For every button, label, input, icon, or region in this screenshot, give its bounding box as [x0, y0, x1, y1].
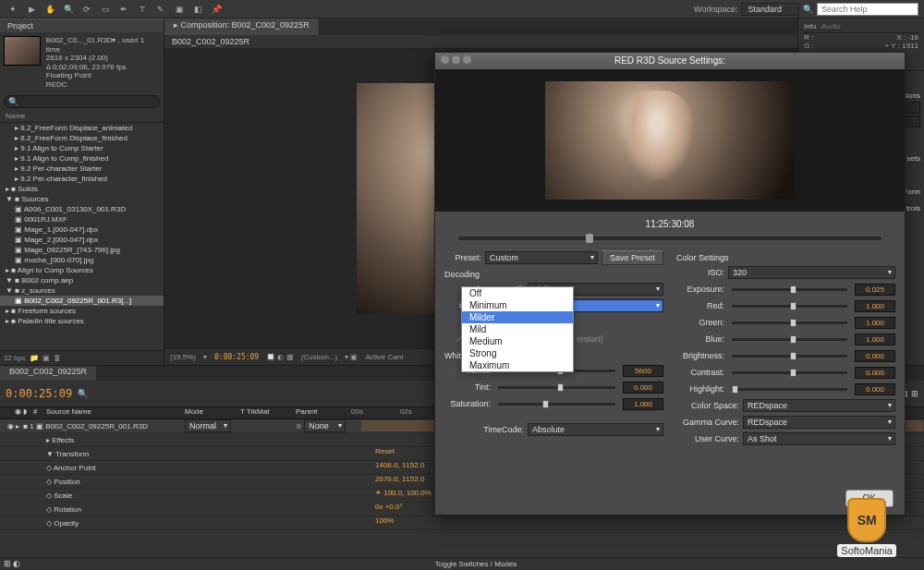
toggle-2[interactable]: ◐	[13, 559, 20, 569]
zoom-tool-icon[interactable]: 🔍	[61, 2, 76, 17]
property-label[interactable]: ▸ Effects	[0, 433, 370, 446]
brightness-value[interactable]: 0.000	[855, 350, 895, 362]
brush-tool-icon[interactable]: ✎	[153, 2, 168, 17]
project-item[interactable]: ▣ B002_C002_09225R_001.R3[...]	[0, 296, 164, 306]
trash-icon[interactable]: 🗑	[54, 354, 61, 362]
timeline-scrubber[interactable]	[458, 236, 881, 240]
bpc-toggle[interactable]: 32 bpc	[4, 354, 26, 362]
colorspace-select[interactable]: REDspace	[743, 399, 895, 412]
timeline-timecode[interactable]: 0:00:25:09	[6, 387, 72, 400]
eraser-tool-icon[interactable]: ◧	[190, 2, 205, 17]
comp-breadcrumb[interactable]: B002_C002_09225R	[164, 35, 797, 49]
workspace-select[interactable]: Standard	[741, 3, 799, 16]
parent-select[interactable]: None	[304, 419, 346, 432]
tint-value[interactable]: 0.000	[623, 382, 663, 394]
project-item[interactable]: ▸ 8.2_FreeForm Displace_finished	[0, 133, 164, 143]
dropdown-option[interactable]: Medium	[462, 335, 573, 347]
gamma-select[interactable]: REDspace	[743, 416, 895, 429]
timecode-select[interactable]: Absolute	[528, 423, 663, 436]
rotate-tool-icon[interactable]: ⟳	[79, 2, 94, 17]
chroma-denoise-dropdown[interactable]: OffMinimumMilderMildMediumStrongMaximum	[461, 286, 574, 372]
dropdown-option[interactable]: Off	[462, 287, 573, 299]
project-item[interactable]: ▸ ■ Freeform sources	[0, 306, 164, 316]
dropdown-option[interactable]: Mild	[462, 323, 573, 335]
dropdown-option[interactable]: Minimum	[462, 299, 573, 311]
project-item[interactable]: ▼ ■ Sources	[0, 194, 164, 204]
contrast-value[interactable]: 0.000	[855, 367, 895, 379]
camera-select[interactable]: Active Cam	[365, 353, 403, 361]
usercurve-select[interactable]: As Shot	[743, 432, 895, 445]
puppet-tool-icon[interactable]: 📌	[209, 2, 224, 17]
project-item[interactable]: ▸ ■ Paladin title sources	[0, 316, 164, 326]
viewer-time[interactable]: 0:00:25:09	[214, 353, 259, 361]
project-item[interactable]: ▣ A006_C001_03130X_001.R3D	[0, 204, 164, 214]
project-tree[interactable]: ▸ 8.2_FreeForm Displace_animated▸ 8.2_Fr…	[0, 123, 164, 350]
project-item[interactable]: ▸ 9.1 Align to Comp_finished	[0, 153, 164, 164]
selection-tool-icon[interactable]: ▶	[24, 2, 39, 17]
close-icon[interactable]	[441, 55, 449, 64]
project-item[interactable]: ▣ 0001RJ.MXF	[0, 214, 164, 224]
property-label[interactable]: ◇ Anchor Point	[0, 461, 370, 474]
col-parent[interactable]: Parent	[296, 407, 351, 418]
saturation-slider[interactable]	[498, 403, 615, 406]
project-search-input[interactable]: 🔍	[4, 95, 160, 108]
footage-thumbnail[interactable]	[4, 36, 41, 66]
project-item[interactable]: ▸ 9.1 Align to Comp Starter	[0, 143, 164, 153]
blue-slider[interactable]	[732, 338, 847, 341]
minimize-icon[interactable]	[452, 55, 460, 64]
saturation-value[interactable]: 1.000	[623, 398, 663, 410]
green-value[interactable]: 1.000	[855, 317, 895, 329]
timeline-tab[interactable]: B002_C002_09225R	[0, 366, 96, 381]
property-label[interactable]: ◇ Scale	[0, 489, 370, 502]
dialog-title-bar[interactable]: RED R3D Source Settings:	[435, 53, 905, 69]
property-label[interactable]: ▼ Transform	[0, 447, 370, 460]
project-item[interactable]: ▣ mocha_[000-070].jpg	[0, 255, 164, 265]
iso-select[interactable]: 320	[728, 266, 895, 279]
brightness-slider[interactable]	[732, 355, 847, 358]
rect-tool-icon[interactable]: ▭	[98, 2, 113, 17]
dropdown-option[interactable]: Milder	[462, 311, 573, 323]
project-tab[interactable]: Project	[0, 18, 164, 32]
layer-1[interactable]: ◉ ▸ ■ 1 ▣ B002_C002_09225R_001.R3D	[0, 419, 185, 432]
dropdown-option[interactable]: Maximum	[462, 359, 573, 371]
project-item[interactable]: ▸ ■ Solids	[0, 184, 164, 194]
highlight-value[interactable]: 0.000	[855, 383, 895, 395]
col-trkmat[interactable]: T TrkMat	[240, 407, 296, 418]
toggle-1[interactable]: ⊞	[4, 559, 11, 569]
new-comp-icon[interactable]: ▣	[43, 354, 50, 362]
toggle-switches-button[interactable]: Toggle Switches / Modes	[28, 558, 924, 570]
new-folder-icon[interactable]: 📁	[30, 354, 39, 362]
preset-select[interactable]: Custom	[485, 251, 598, 264]
property-value[interactable]: 100%	[370, 516, 554, 529]
red-value[interactable]: 1.000	[855, 300, 895, 312]
name-column-header[interactable]: Name	[0, 110, 164, 123]
property-label[interactable]: ◇ Position	[0, 475, 370, 488]
project-item[interactable]: ▸ 8.2_FreeForm Displace_animated	[0, 123, 164, 133]
red-slider[interactable]	[732, 305, 847, 308]
green-slider[interactable]	[732, 321, 847, 324]
property-label[interactable]: ◇ Opacity	[0, 516, 370, 529]
hand-tool-icon[interactable]: ✋	[43, 2, 57, 17]
dropdown-option[interactable]: Strong	[462, 347, 573, 359]
col-source[interactable]: Source Name	[46, 407, 185, 418]
stamp-tool-icon[interactable]: ▣	[172, 2, 187, 17]
project-item[interactable]: ▣ Mage_09225R_[743-796].jpg	[0, 245, 164, 255]
pen-tool-icon[interactable]: ✒	[116, 2, 131, 17]
audio-tab[interactable]: Audio	[821, 22, 840, 30]
timeline-search-icon[interactable]: 🔍	[78, 389, 88, 398]
project-item[interactable]: ▣ Mage_2.[000-047].dpx	[0, 235, 164, 245]
project-item[interactable]: ▼ ■ z_sources	[0, 285, 164, 296]
zoom-icon[interactable]	[463, 55, 471, 64]
info-tab[interactable]: Info	[804, 22, 816, 30]
text-tool-icon[interactable]: T	[135, 2, 150, 17]
blend-mode-select[interactable]: Normal	[185, 419, 231, 432]
tint-slider[interactable]	[498, 386, 615, 389]
save-preset-button[interactable]: Save Preset	[602, 250, 663, 265]
kelvin-value[interactable]: 5600	[623, 365, 663, 377]
exposure-slider[interactable]	[732, 288, 847, 291]
resolution-select[interactable]: (Custom...)	[301, 353, 338, 361]
contrast-slider[interactable]	[732, 371, 847, 374]
search-help-input[interactable]	[817, 3, 918, 16]
project-item[interactable]: ▸ ■ Align to Comp Sources	[0, 265, 164, 275]
project-item[interactable]: ▸ 9.2 Per-character_finished	[0, 174, 164, 184]
